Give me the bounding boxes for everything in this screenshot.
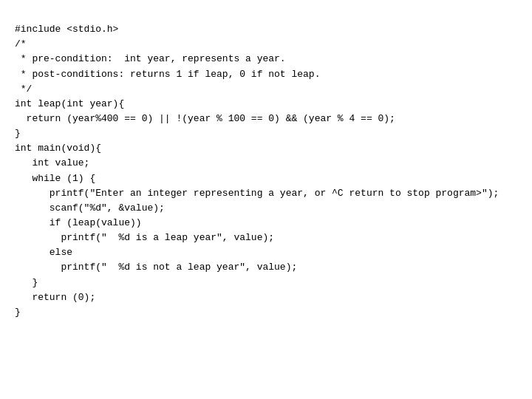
code-line: return (year%400 == 0) || !(year % 100 =… <box>15 112 517 126</box>
code-line: * pre-condition: int year, represents a … <box>15 52 517 66</box>
code-line: */ <box>15 82 517 97</box>
code-line: return (0); <box>15 290 517 305</box>
code-line: #include <stdio.h> <box>15 22 517 37</box>
code-line: printf(" %d is not a leap year", value); <box>15 260 517 275</box>
code-line: scanf("%d", &value); <box>15 201 517 216</box>
code-line: * post-conditions: returns 1 if leap, 0 … <box>15 67 517 82</box>
code-line: } <box>15 126 517 141</box>
code-line: /* <box>15 37 517 52</box>
code-line: printf(" %d is a leap year", value); <box>15 231 517 245</box>
code-line: while (1) { <box>15 171 517 186</box>
code-line: printf("Enter an integer representing a … <box>15 186 517 201</box>
code-line: int value; <box>15 156 517 171</box>
code-line: if (leap(value)) <box>15 216 517 231</box>
code-line: int leap(int year){ <box>15 97 517 112</box>
code-line: int main(void){ <box>15 141 517 156</box>
code-line: else <box>15 245 517 260</box>
code-editor: #include <stdio.h>/* * pre-condition: in… <box>0 0 532 327</box>
code-line: } <box>15 305 517 320</box>
code-line: } <box>15 276 517 290</box>
